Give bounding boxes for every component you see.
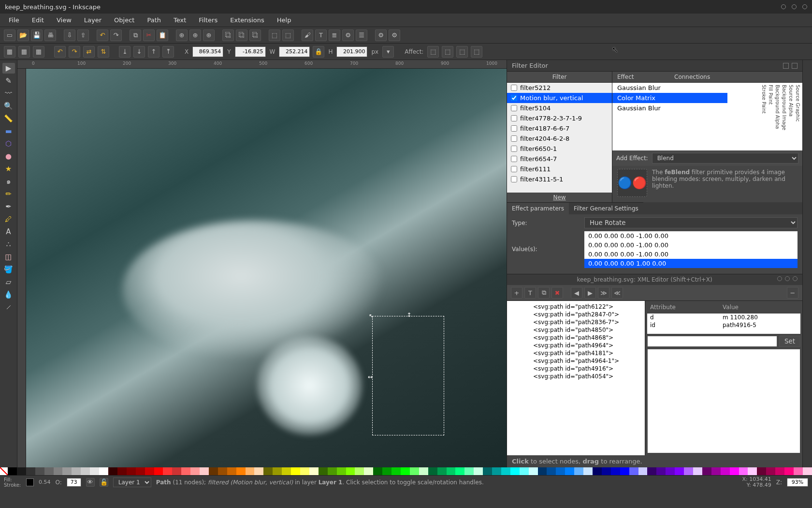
filter-item[interactable]: filter5104 xyxy=(507,103,612,113)
swatch[interactable] xyxy=(721,467,730,475)
swatch[interactable] xyxy=(337,467,346,475)
bucket-tool[interactable]: 🪣 xyxy=(2,264,15,275)
swatch[interactable] xyxy=(656,467,666,475)
zoom-input[interactable] xyxy=(787,478,808,487)
swatch[interactable] xyxy=(145,467,154,475)
swatch[interactable] xyxy=(163,467,172,475)
xml-node[interactable]: <svg:path id="path4181"> xyxy=(509,349,643,357)
max-button[interactable] xyxy=(792,4,797,9)
x-input[interactable] xyxy=(192,46,223,57)
swatch[interactable] xyxy=(784,467,794,475)
attr-row[interactable]: idpath4916-5 xyxy=(647,321,800,329)
undo-icon[interactable]: ↶ xyxy=(97,30,108,41)
swatch[interactable] xyxy=(520,467,529,475)
zoom-draw-icon[interactable]: ⊕ xyxy=(189,30,201,41)
panel-close-icon[interactable] xyxy=(792,63,798,69)
filter-item[interactable]: filter4778-2-3-7-1-9 xyxy=(507,113,612,123)
filter-item[interactable]: filter4187-6-6-7 xyxy=(507,123,612,134)
min-button[interactable] xyxy=(781,4,786,9)
swatch[interactable] xyxy=(401,467,410,475)
effect-item[interactable]: Gaussian Blur xyxy=(612,83,727,93)
panel-min-icon[interactable] xyxy=(783,63,789,69)
xml-prev-icon[interactable]: ◀ xyxy=(571,287,582,299)
lock-icon[interactable]: 🔒 xyxy=(313,46,324,58)
swatch[interactable] xyxy=(81,467,90,475)
tweak-tool[interactable]: 〰 xyxy=(2,88,15,99)
opacity-input[interactable] xyxy=(67,478,81,487)
swatch[interactable] xyxy=(410,467,419,475)
swatch[interactable] xyxy=(181,467,190,475)
swatch[interactable] xyxy=(583,467,593,475)
xml-node[interactable]: <svg:path id="path2847-0"> xyxy=(509,311,643,318)
layers-icon[interactable]: ≣ xyxy=(329,30,340,41)
select-layers-icon[interactable]: ▦ xyxy=(18,46,30,58)
swatch[interactable] xyxy=(172,467,181,475)
swatch[interactable] xyxy=(602,467,611,475)
swatch[interactable] xyxy=(364,467,373,475)
xml-next-icon[interactable]: ▶ xyxy=(584,287,596,299)
swatch[interactable] xyxy=(638,467,648,475)
swatch[interactable] xyxy=(803,467,812,475)
effect-item[interactable]: Gaussian Blur xyxy=(612,103,727,113)
swatch[interactable] xyxy=(44,467,54,475)
swatch[interactable] xyxy=(730,467,739,475)
text-icon[interactable]: T xyxy=(315,30,327,41)
filter-item[interactable]: filter5212 xyxy=(507,83,612,93)
filter-list[interactable]: filter5212Motion blur, verticalfilter510… xyxy=(507,83,612,193)
swatch[interactable] xyxy=(428,467,437,475)
affect-gradient-icon[interactable]: ⬚ xyxy=(456,46,468,58)
menu-extensions[interactable]: Extensions xyxy=(225,15,269,26)
paste-icon[interactable]: 📋 xyxy=(157,30,168,41)
filter-checkbox[interactable] xyxy=(511,115,517,121)
docprefs-icon[interactable]: ⚙ xyxy=(389,30,400,41)
filter-checkbox[interactable] xyxy=(511,156,517,162)
attr-row[interactable]: dm 1100.280 xyxy=(647,314,800,321)
swatch[interactable] xyxy=(748,467,757,475)
swatch[interactable] xyxy=(474,467,483,475)
layer-lock-icon[interactable]: 🔓 xyxy=(100,478,108,487)
swatch[interactable] xyxy=(483,467,492,475)
swatch[interactable] xyxy=(17,467,26,475)
xml-node[interactable]: <svg:path id="path6122"> xyxy=(509,303,643,311)
h-input[interactable] xyxy=(336,46,367,57)
filter-item[interactable]: filter6111 xyxy=(507,164,612,174)
swatch[interactable] xyxy=(547,467,556,475)
zoom-page-icon[interactable]: ⊕ xyxy=(203,30,215,41)
import-icon[interactable]: ⇩ xyxy=(64,30,75,41)
swatch[interactable] xyxy=(26,467,35,475)
new-filter-button[interactable]: New xyxy=(507,193,612,202)
swatch[interactable] xyxy=(611,467,620,475)
xml-dup-icon[interactable]: ⧉ xyxy=(538,287,550,299)
xml-outdent-icon[interactable]: ≪ xyxy=(611,287,623,299)
zoom-sel-icon[interactable]: ⊕ xyxy=(176,30,188,41)
swatch[interactable] xyxy=(72,467,81,475)
swatch[interactable] xyxy=(794,467,803,475)
swatch[interactable] xyxy=(218,467,227,475)
spiral-tool[interactable]: ๑ xyxy=(2,176,15,187)
node-tool[interactable]: ✎ xyxy=(2,75,15,86)
xml-max-icon[interactable] xyxy=(785,276,790,281)
filter-item[interactable]: filter6650-1 xyxy=(507,144,612,154)
rect-tool[interactable]: ▬ xyxy=(2,126,15,136)
swatch[interactable] xyxy=(501,467,510,475)
gradient-tool[interactable]: ▱ xyxy=(2,277,15,287)
spray-tool[interactable]: ∴ xyxy=(2,239,15,250)
ungroup-icon[interactable]: ⬚ xyxy=(282,30,294,41)
layer-vis-icon[interactable]: 👁 xyxy=(86,478,95,487)
swatch[interactable] xyxy=(209,467,218,475)
lower-bottom-icon[interactable]: ⤓ xyxy=(119,46,130,58)
open-icon[interactable]: 📂 xyxy=(17,30,29,41)
swatch[interactable] xyxy=(392,467,401,475)
swatch-none[interactable] xyxy=(0,467,8,475)
swatch[interactable] xyxy=(382,467,392,475)
swatch[interactable] xyxy=(190,467,200,475)
affect-pattern-icon[interactable]: ⬚ xyxy=(471,46,482,58)
swatch[interactable] xyxy=(154,467,163,475)
3dbox-tool[interactable]: ⬡ xyxy=(2,138,15,149)
select-all-icon[interactable]: ▦ xyxy=(4,46,15,58)
set-button[interactable]: Set xyxy=(779,336,800,347)
cut-icon[interactable]: ✂ xyxy=(143,30,155,41)
redo-icon[interactable]: ↷ xyxy=(110,30,122,41)
swatch[interactable] xyxy=(510,467,520,475)
filter-checkbox[interactable] xyxy=(511,95,517,101)
